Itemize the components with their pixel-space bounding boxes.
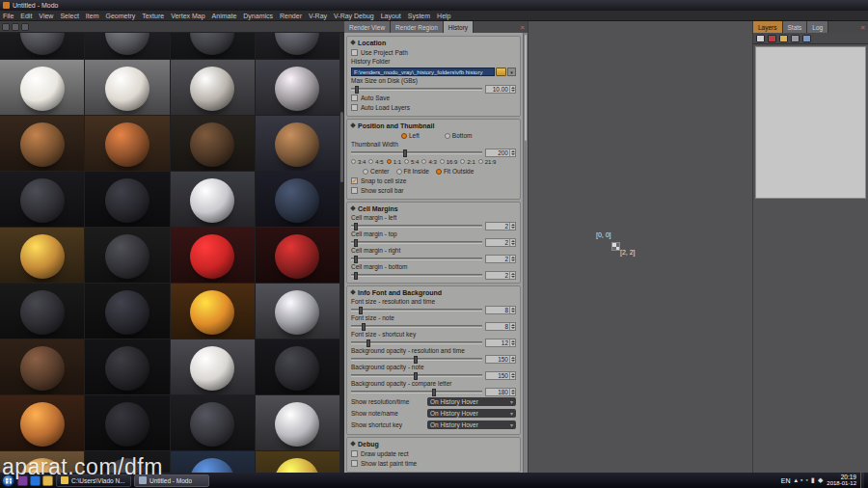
history-thumbnail[interactable]: [85, 60, 169, 115]
menu-v-ray-debug[interactable]: V-Ray Debug: [334, 13, 374, 19]
radio-option-1-1[interactable]: 1:1: [387, 159, 401, 165]
slider-track[interactable]: [351, 258, 482, 260]
stepper-down-icon[interactable]: [511, 311, 515, 312]
settings-scrollbar-thumb[interactable]: [525, 35, 527, 141]
history-thumbnail[interactable]: [85, 339, 169, 394]
radio-option-left[interactable]: Left: [401, 132, 420, 139]
slider-track[interactable]: [351, 88, 482, 91]
radio-option-fit-inside[interactable]: Fit Inside: [396, 168, 429, 175]
slider-track[interactable]: [351, 391, 482, 393]
history-thumbnail[interactable]: [171, 33, 255, 59]
slider-track[interactable]: [351, 274, 482, 277]
stepper-arrows[interactable]: [509, 86, 515, 93]
value-field[interactable]: 200: [485, 149, 516, 157]
stepper-down-icon[interactable]: [511, 227, 515, 229]
open-folder-icon[interactable]: [779, 35, 788, 42]
history-thumbnail[interactable]: [171, 228, 255, 283]
value-field[interactable]: 12: [485, 339, 516, 347]
menu-view[interactable]: View: [39, 13, 53, 19]
stepper-up-icon[interactable]: [511, 257, 515, 258]
history-thumbnail[interactable]: [171, 172, 255, 227]
stepper-up-icon[interactable]: [511, 87, 515, 89]
value-field[interactable]: 10.00: [485, 85, 516, 94]
slider-track[interactable]: [351, 241, 482, 244]
menu-edit[interactable]: Edit: [20, 13, 32, 19]
menu-select[interactable]: Select: [60, 13, 78, 19]
stepper-down-icon[interactable]: [511, 259, 515, 261]
slider-handle[interactable]: [366, 339, 370, 347]
value-field[interactable]: 2: [485, 271, 516, 280]
stepper-arrows[interactable]: [509, 323, 515, 330]
status-icon[interactable]: ▪: [800, 476, 802, 484]
value-field[interactable]: 8: [485, 306, 516, 314]
stepper-arrows[interactable]: [509, 272, 515, 279]
radio-option-center[interactable]: Center: [363, 168, 390, 175]
history-thumbnail[interactable]: [0, 339, 84, 394]
slider-track[interactable]: [351, 309, 482, 312]
close-icon[interactable]: ×: [517, 21, 528, 33]
browse-folder-icon[interactable]: [496, 68, 506, 76]
stepper-down-icon[interactable]: [511, 360, 515, 362]
stepper-arrows[interactable]: [509, 389, 515, 395]
show-desktop-button[interactable]: [860, 473, 864, 488]
history-thumbnail[interactable]: [0, 116, 84, 171]
value-field[interactable]: 2: [485, 238, 516, 247]
history-thumbnail[interactable]: [85, 33, 169, 59]
menu-geometry[interactable]: Geometry: [105, 13, 135, 19]
menu-vertex-map[interactable]: Vertex Map: [171, 13, 204, 19]
history-clear-icon[interactable]: [21, 23, 29, 31]
radio-option-4-5[interactable]: 4:5: [368, 159, 383, 165]
clock[interactable]: 20:19 2018-01-12: [827, 474, 856, 487]
history-thumbnail[interactable]: [256, 60, 339, 115]
slider-handle[interactable]: [362, 323, 366, 331]
history-thumbnail[interactable]: [0, 395, 84, 450]
history-thumbnail[interactable]: [171, 284, 255, 339]
radio-option-bottom[interactable]: Bottom: [445, 132, 473, 139]
history-thumbnail[interactable]: [256, 172, 339, 227]
history-thumbnail[interactable]: [0, 228, 84, 283]
slider-handle[interactable]: [354, 223, 358, 230]
stepper-arrows[interactable]: [509, 372, 515, 379]
menu-file[interactable]: File: [3, 13, 14, 19]
layer-list-icon[interactable]: [802, 35, 811, 42]
history-save-icon[interactable]: [2, 23, 10, 31]
tab-render-region[interactable]: Render Region: [391, 21, 444, 33]
checkbox-show-last-paint-time[interactable]: [351, 460, 358, 467]
slider-track[interactable]: [351, 225, 482, 228]
menu-item[interactable]: Item: [86, 13, 99, 19]
close-icon[interactable]: ×: [857, 21, 868, 33]
history-thumbnail[interactable]: [256, 33, 339, 59]
pick-icon[interactable]: [756, 35, 765, 42]
history-thumbnail[interactable]: [0, 284, 84, 339]
history-thumbnail[interactable]: [256, 339, 339, 394]
stepper-arrows[interactable]: [509, 239, 515, 246]
menu-help[interactable]: Help: [437, 13, 450, 19]
stepper-up-icon[interactable]: [511, 340, 515, 342]
thumbnail-scroll-area[interactable]: [0, 33, 339, 473]
history-thumbnail[interactable]: [85, 284, 169, 339]
stepper-down-icon[interactable]: [511, 393, 515, 394]
stepper-arrows[interactable]: [509, 223, 515, 230]
checkbox-draw-update-rect[interactable]: [351, 450, 358, 457]
history-thumbnail[interactable]: [256, 395, 339, 450]
stepper-up-icon[interactable]: [511, 273, 515, 275]
history-thumbnail[interactable]: [0, 33, 84, 59]
stepper-down-icon[interactable]: [511, 376, 515, 378]
slider-handle[interactable]: [414, 356, 418, 364]
history-thumbnail[interactable]: [256, 228, 339, 283]
history-thumbnail[interactable]: [85, 116, 169, 171]
stepper-up-icon[interactable]: [511, 324, 515, 326]
radio-option-fit-outside[interactable]: Fit Outside: [436, 168, 474, 175]
stepper-up-icon[interactable]: [511, 240, 515, 242]
stepper-down-icon[interactable]: [511, 243, 515, 245]
slider-handle[interactable]: [354, 272, 358, 280]
slider-handle[interactable]: [354, 239, 358, 247]
slider-handle[interactable]: [354, 256, 358, 263]
slider-handle[interactable]: [359, 307, 363, 314]
stepper-down-icon[interactable]: [511, 90, 515, 92]
slider-handle[interactable]: [403, 149, 407, 157]
menu-v-ray[interactable]: V-Ray: [309, 13, 327, 19]
radio-option-5-4[interactable]: 5:4: [404, 159, 419, 165]
value-field[interactable]: 8: [485, 322, 516, 331]
slider-track[interactable]: [351, 151, 482, 154]
